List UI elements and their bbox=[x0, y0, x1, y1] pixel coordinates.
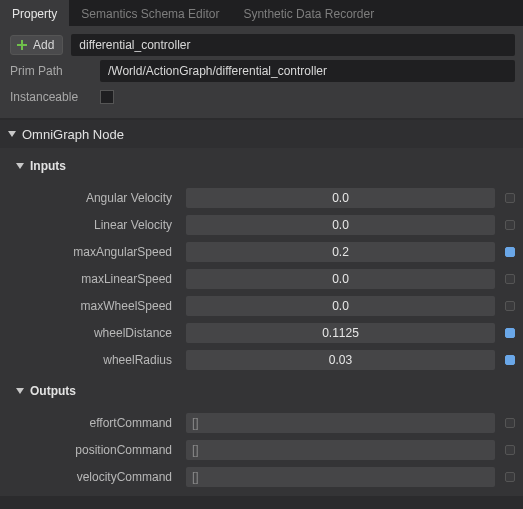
prop-label: maxLinearSpeed bbox=[0, 272, 180, 286]
output-velocity-command: velocityCommand bbox=[0, 463, 523, 490]
prop-label: positionCommand bbox=[0, 443, 180, 457]
input-max-angular-speed: maxAngularSpeed bbox=[0, 238, 523, 265]
prop-value[interactable] bbox=[186, 467, 495, 487]
tab-synthetic-data-recorder[interactable]: Synthetic Data Recorder bbox=[231, 0, 386, 26]
prop-value[interactable] bbox=[186, 188, 495, 208]
prop-value[interactable] bbox=[186, 440, 495, 460]
prim-name-input[interactable] bbox=[71, 34, 515, 56]
section-title: OmniGraph Node bbox=[22, 127, 124, 142]
add-button[interactable]: Add bbox=[10, 35, 63, 55]
instanceable-label: Instanceable bbox=[8, 90, 92, 104]
prop-label: maxWheelSpeed bbox=[0, 299, 180, 313]
input-wheel-radius: wheelRadius bbox=[0, 346, 523, 373]
override-indicator[interactable] bbox=[505, 355, 515, 365]
prop-value[interactable] bbox=[186, 296, 495, 316]
plus-icon bbox=[15, 38, 29, 52]
tab-bar: Property Semantics Schema Editor Synthet… bbox=[0, 0, 523, 26]
input-max-linear-speed: maxLinearSpeed bbox=[0, 265, 523, 292]
input-wheel-distance: wheelDistance bbox=[0, 319, 523, 346]
prop-label: velocityCommand bbox=[0, 470, 180, 484]
prop-value[interactable] bbox=[186, 350, 495, 370]
override-indicator[interactable] bbox=[505, 301, 515, 311]
chevron-down-icon bbox=[16, 163, 24, 169]
section-outputs[interactable]: Outputs bbox=[0, 377, 523, 405]
input-max-wheel-speed: maxWheelSpeed bbox=[0, 292, 523, 319]
section-inputs[interactable]: Inputs bbox=[0, 152, 523, 180]
prop-label: wheelDistance bbox=[0, 326, 180, 340]
instanceable-checkbox[interactable] bbox=[100, 90, 114, 104]
prim-path-label: Prim Path bbox=[8, 64, 92, 78]
prop-label: wheelRadius bbox=[0, 353, 180, 367]
prop-value[interactable] bbox=[186, 413, 495, 433]
section-omnigraph-node[interactable]: OmniGraph Node bbox=[0, 120, 523, 148]
override-indicator[interactable] bbox=[505, 247, 515, 257]
override-indicator[interactable] bbox=[505, 328, 515, 338]
prop-label: maxAngularSpeed bbox=[0, 245, 180, 259]
prop-label: Linear Velocity bbox=[0, 218, 180, 232]
prop-value[interactable] bbox=[186, 242, 495, 262]
add-button-label: Add bbox=[33, 38, 54, 52]
input-linear-velocity: Linear Velocity bbox=[0, 211, 523, 238]
override-indicator[interactable] bbox=[505, 418, 515, 428]
omnigraph-panel: OmniGraph Node Inputs Angular Velocity L… bbox=[0, 120, 523, 496]
chevron-down-icon bbox=[8, 131, 16, 137]
override-indicator[interactable] bbox=[505, 193, 515, 203]
prop-label: Angular Velocity bbox=[0, 191, 180, 205]
prop-label: effortCommand bbox=[0, 416, 180, 430]
chevron-down-icon bbox=[16, 388, 24, 394]
output-position-command: positionCommand bbox=[0, 436, 523, 463]
tab-property[interactable]: Property bbox=[0, 0, 69, 26]
tab-semantics-schema-editor[interactable]: Semantics Schema Editor bbox=[69, 0, 231, 26]
prim-path-input[interactable] bbox=[100, 60, 515, 82]
section-title: Inputs bbox=[30, 159, 66, 173]
prop-value[interactable] bbox=[186, 269, 495, 289]
prop-value[interactable] bbox=[186, 323, 495, 343]
override-indicator[interactable] bbox=[505, 445, 515, 455]
svg-rect-1 bbox=[17, 44, 27, 46]
override-indicator[interactable] bbox=[505, 472, 515, 482]
section-title: Outputs bbox=[30, 384, 76, 398]
override-indicator[interactable] bbox=[505, 274, 515, 284]
override-indicator[interactable] bbox=[505, 220, 515, 230]
prop-value[interactable] bbox=[186, 215, 495, 235]
output-effort-command: effortCommand bbox=[0, 409, 523, 436]
input-angular-velocity: Angular Velocity bbox=[0, 184, 523, 211]
prim-header: Add Prim Path Instanceable bbox=[0, 26, 523, 118]
